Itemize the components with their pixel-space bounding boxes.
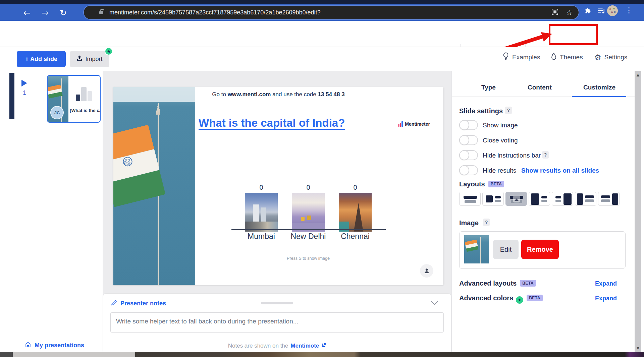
advanced-colors-row: Advanced colors★BETA Expand: [459, 294, 626, 304]
toggle-close-voting[interactable]: [459, 135, 478, 145]
slide-play-icon[interactable]: [21, 80, 27, 86]
vote-count: 0: [245, 184, 278, 191]
presenter-notes-input[interactable]: [110, 312, 444, 333]
external-link-icon: [321, 343, 326, 349]
browser-menu-icon[interactable]: ⋮: [625, 6, 633, 14]
layouts-heading: LayoutsBETA: [459, 180, 504, 188]
app-header: My presentations/Demo Slide ✓ Saved ? Me…: [0, 21, 644, 47]
edit-image-button[interactable]: Edit: [493, 240, 519, 259]
url-text: mentimeter.com/s/2459b757587a23ccf718795…: [109, 9, 321, 16]
browser-forward-icon[interactable]: →: [42, 8, 49, 18]
toggle-label: Hide instructions bar: [483, 152, 541, 159]
layout-option-image-background-selected[interactable]: [505, 192, 527, 206]
import-button[interactable]: Import: [70, 51, 109, 67]
layout-option-image-left-small[interactable]: [482, 192, 504, 206]
remove-image-button[interactable]: Remove: [521, 240, 559, 259]
mentimote-link[interactable]: Mentimote: [290, 343, 319, 349]
page-scrollbar[interactable]: ▲ ▼: [635, 71, 641, 352]
option-label: Mumbai: [238, 232, 285, 241]
presenter-notes-label: Presenter notes: [120, 300, 166, 307]
participants-indicator[interactable]: [420, 264, 433, 278]
screen: ← → ↻ mentimeter.com/s/2459b757587a23ccf…: [0, 0, 644, 362]
slide-question-title[interactable]: What is the capital of India?: [199, 117, 345, 129]
tab-customize[interactable]: Customize: [583, 84, 615, 91]
slide-settings-help-icon[interactable]: ?: [505, 107, 512, 114]
option-label: New Delhi: [285, 232, 332, 241]
browser-back-icon[interactable]: ←: [23, 8, 31, 18]
chevron-down-icon[interactable]: [431, 298, 438, 305]
layout-option-image-right-half[interactable]: [552, 192, 573, 206]
toggle-show-image[interactable]: [459, 120, 478, 130]
expand-advanced-colors-link[interactable]: Expand: [595, 295, 617, 302]
image-help-icon[interactable]: ?: [483, 219, 490, 226]
scroll-down-icon[interactable]: ▼: [635, 346, 641, 350]
playlist-icon[interactable]: [598, 7, 605, 16]
droplet-icon: [551, 52, 557, 62]
toggle-label: Close voting: [483, 137, 518, 144]
option-image-new-delhi: [292, 193, 325, 232]
toggle-label: Show image: [483, 122, 518, 129]
instruction-code: 13 54 48 3: [318, 91, 344, 98]
my-presentations-link[interactable]: My presentations: [25, 341, 84, 349]
presenter-notes-toggle[interactable]: Presenter notes: [111, 300, 166, 307]
beta-badge: BETA: [527, 295, 543, 301]
advanced-layouts-label: Advanced layouts: [459, 280, 517, 287]
advanced-layouts-heading: Advanced layoutsBETA: [459, 280, 536, 287]
browser-profile-avatar[interactable]: [607, 5, 618, 16]
bookmark-star-icon[interactable]: ☆: [566, 8, 573, 17]
lightbulb-icon: [502, 52, 509, 63]
gear-icon: ⚙: [594, 54, 601, 61]
layout-option-text[interactable]: [459, 192, 481, 206]
ashoka-chakra-icon: [122, 156, 133, 167]
scroll-up-icon[interactable]: ▲: [635, 73, 641, 77]
add-slide-button[interactable]: + Add slide: [17, 51, 66, 67]
person-icon: [423, 267, 430, 274]
bar-chart-icon: [76, 86, 92, 101]
pencil-icon: [111, 300, 117, 307]
extensions-puzzle-icon[interactable]: [584, 7, 591, 16]
beta-badge: BETA: [488, 181, 504, 187]
lock-icon: [99, 11, 103, 14]
advanced-colors-label: Advanced colors: [459, 294, 513, 302]
my-presentations-label: My presentations: [35, 342, 84, 349]
slide-rail: 1 [What is the capit... JC My presentati…: [0, 71, 103, 352]
layout-option-image-left-half[interactable]: [529, 192, 550, 206]
themes-button[interactable]: Themes: [551, 52, 583, 62]
show-results-all-slides-link[interactable]: Show results on all slides: [521, 167, 599, 174]
settings-button[interactable]: ⚙ Settings: [594, 52, 627, 62]
hide-instructions-help-icon[interactable]: ?: [542, 151, 549, 159]
drag-handle[interactable]: [261, 302, 293, 304]
slide-thumbnail[interactable]: [What is the capit... JC: [47, 75, 101, 123]
instruction-domain: www.menti.com: [228, 91, 271, 98]
settings-label: Settings: [604, 54, 628, 61]
notes-footer: Notes are shown on the Mentimote: [103, 343, 451, 349]
option-label: Chennai: [332, 232, 379, 241]
slide-preview: Go to www.menti.com and use the code 13 …: [113, 87, 443, 285]
tab-type[interactable]: Type: [481, 84, 496, 91]
option-image-mumbai: [245, 193, 278, 232]
layout-option-image-left-bars[interactable]: [575, 192, 596, 206]
notes-footer-text: Notes are shown on the: [228, 343, 288, 349]
layouts-label: Layouts: [459, 180, 485, 188]
examples-button[interactable]: Examples: [502, 52, 540, 62]
vote-count: 0: [339, 184, 372, 191]
toggle-hide-results[interactable]: [459, 165, 478, 175]
option-image-chennai: [339, 193, 372, 232]
slide-settings-heading: Slide settings: [459, 107, 503, 115]
editor-toolbar: + Add slide Import ★ Examples Themes ⚙ S…: [0, 47, 644, 71]
toggle-hide-instructions-bar[interactable]: [459, 150, 478, 160]
thumbnail-avatar: JC: [50, 106, 64, 119]
mentimeter-watermark: Mentimeter: [398, 121, 430, 127]
expand-advanced-layouts-link[interactable]: Expand: [595, 280, 617, 287]
chart-axis-line: [231, 229, 386, 230]
image-overlay-icon: [513, 196, 520, 202]
advanced-layouts-row: Advanced layoutsBETA Expand: [459, 280, 626, 290]
import-label: Import: [85, 56, 102, 63]
tab-content[interactable]: Content: [528, 84, 552, 91]
layout-option-image-right-bars[interactable]: [598, 192, 620, 206]
address-bar[interactable]: mentimeter.com/s/2459b757587a23ccf718795…: [84, 6, 579, 19]
themes-label: Themes: [560, 54, 583, 61]
home-icon: [25, 341, 31, 349]
qr-code-icon[interactable]: [551, 8, 558, 17]
browser-reload-icon[interactable]: ↻: [60, 8, 67, 18]
